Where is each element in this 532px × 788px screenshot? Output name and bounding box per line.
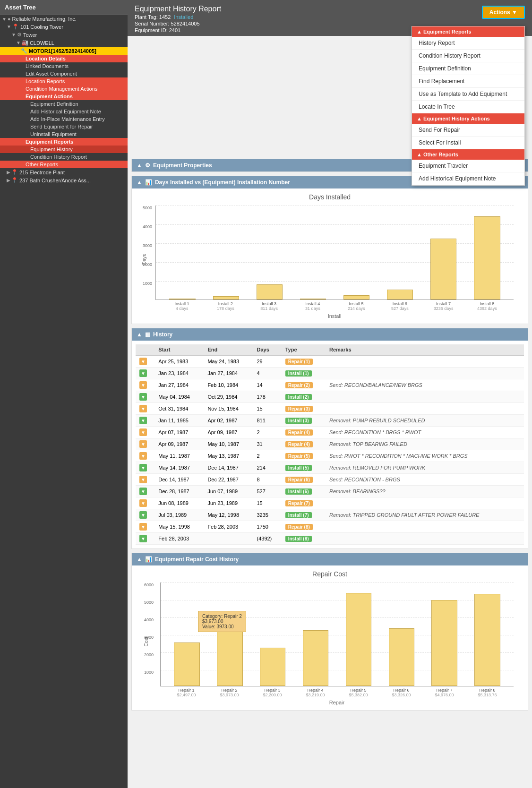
row-toggle: ▼: [136, 486, 154, 497]
menu-condition-history[interactable]: Condition History Report: [412, 50, 524, 62]
toggle-button[interactable]: ▼: [139, 369, 147, 377]
row-end: May 24, 1983: [204, 355, 253, 368]
menu-send-for-repair[interactable]: Send For Repair: [412, 124, 524, 137]
repair-cost-header[interactable]: ▲ 📊 Equipment Repair Cost History: [132, 553, 528, 565]
toggle-button[interactable]: ▼: [139, 405, 147, 412]
toggle-button[interactable]: ▼: [139, 358, 147, 365]
toggle-button[interactable]: ▼: [139, 464, 147, 471]
group-icon: ⚙: [17, 32, 22, 38]
toggle-button[interactable]: ▼: [139, 417, 147, 424]
table-row: ▼ May 15, 1998 Feb 28, 2003 1750 Repair …: [136, 521, 524, 533]
location3-icon: 📍: [11, 177, 18, 183]
toggle-button[interactable]: ▼: [139, 440, 147, 448]
menu-equip-definition[interactable]: Equipment Definition: [412, 62, 524, 75]
tree-arrow: ▶: [7, 178, 10, 183]
menu-equip-traveler[interactable]: Equipment Traveler: [412, 160, 524, 172]
xlabel-install7: Install 73235 days: [422, 300, 465, 311]
bar-rect-repair4: [303, 630, 329, 686]
tree-item-uninstall[interactable]: Uninstall Equipment: [0, 130, 128, 138]
menu-select-for-install[interactable]: Select For Install: [412, 137, 524, 149]
actions-button[interactable]: Actions ▼: [482, 6, 525, 19]
toggle-button[interactable]: ▼: [139, 428, 147, 436]
tree-item-reliable[interactable]: ▼ ● Reliable Manufacturing, Inc.: [0, 15, 128, 23]
bar-install1: [161, 299, 204, 300]
tree-category-equip-reports[interactable]: Equipment Reports: [0, 138, 128, 146]
bar-install4: [291, 299, 335, 300]
row-days: 178: [253, 391, 281, 403]
days-installed-section: ▲ 📊 Days Installed vs (Equipment) Instal…: [131, 176, 528, 324]
bar-install8: [465, 216, 509, 300]
toggle-button[interactable]: ▼: [139, 476, 147, 483]
toggle-button[interactable]: ▼: [139, 523, 147, 531]
bar-rect-install1: [169, 299, 195, 300]
menu-add-hist-note[interactable]: Add Historical Equipment Note: [412, 172, 524, 185]
tree-item-equip-def[interactable]: Equipment Definition: [0, 100, 128, 108]
tree-item-equip-history[interactable]: Equipment History: [0, 146, 128, 153]
row-type: Install (5): [282, 462, 326, 474]
tree-item-cldwell[interactable]: ▼ 🏭 CLDWELL: [0, 39, 128, 47]
table-row: ▼ Dec 14, 1987 Dec 22, 1987 8 Repair (6)…: [136, 474, 524, 486]
row-type: Repair (4): [282, 427, 326, 438]
tree-category-loc-reports[interactable]: Location Reports: [0, 77, 128, 85]
toggle-button[interactable]: ▼: [139, 381, 147, 389]
tree-item-cond-history[interactable]: Condition History Report: [0, 153, 128, 161]
table-icon: ▦: [145, 331, 150, 338]
row-remarks: [326, 391, 524, 403]
tree-item-add-inplace[interactable]: Add In-Place Maintenance Entry: [0, 115, 128, 123]
tree-category-loc-details[interactable]: Location Details: [0, 55, 128, 62]
tree-item-bath-crusher[interactable]: ▶ 📍 237 Bath Crusher/Anode Ass...: [0, 176, 128, 184]
toggle-button[interactable]: ▼: [139, 499, 147, 507]
type-badge: Install (2): [285, 394, 312, 400]
menu-find-replacement[interactable]: Find Replacement: [412, 75, 524, 88]
history-header[interactable]: ▲ ▦ History: [132, 328, 528, 341]
tree-category-cond-mgmt[interactable]: Condition Management Actions: [0, 85, 128, 93]
toggle-button[interactable]: ▼: [139, 393, 147, 401]
row-end: Feb 10, 1984: [204, 379, 253, 391]
toggle-button[interactable]: ▼: [139, 488, 147, 495]
tree-category-other-reports[interactable]: Other Reports: [0, 161, 128, 168]
row-days: 214: [253, 462, 281, 474]
row-toggle: ▼: [136, 533, 154, 545]
row-remarks: [326, 497, 524, 509]
row-end: May 13, 1987: [204, 450, 253, 462]
row-type: Install (7): [282, 509, 326, 521]
tree-category-equip-actions[interactable]: Equipment Actions: [0, 93, 128, 100]
tree-arrow: ▼: [7, 24, 11, 29]
equip-reports-header[interactable]: ▲ Equipment Reports: [412, 26, 524, 37]
toggle-button[interactable]: ▼: [139, 511, 147, 519]
tree-item-send-repair[interactable]: Send Equipment for Repair: [0, 123, 128, 130]
other-reports-header[interactable]: ▲ Other Reports: [412, 149, 524, 160]
page-title: Equipment History Report: [135, 5, 525, 13]
equip-history-actions-header[interactable]: ▲ Equipment History Actions: [412, 113, 524, 124]
menu-history-report[interactable]: History Report: [412, 37, 524, 50]
tree-item-edit-asset[interactable]: Edit Asset Component: [0, 70, 128, 77]
bar-rect-install7: [430, 239, 456, 300]
table-row: ▼ Apr 09, 1987 May 10, 1987 31 Repair (4…: [136, 438, 524, 450]
row-remarks: [326, 533, 524, 545]
row-type: Repair (1): [282, 355, 326, 368]
ytick-5000: 5000: [143, 206, 152, 210]
type-badge: Install (3): [285, 418, 312, 424]
header-info: Plant Tag: 1452 Installed: [135, 14, 525, 20]
ytick-3000: 3000: [143, 243, 152, 248]
ytick-2000: 2000: [143, 262, 152, 267]
bar-install6: [378, 290, 422, 300]
toggle-button[interactable]: ▼: [139, 535, 147, 542]
xlabel-install5: Install 5214 days: [335, 300, 378, 311]
tree-item-add-hist[interactable]: Add Historical Equipment Note: [0, 108, 128, 115]
tree-item-linked-docs[interactable]: Linked Documents: [0, 62, 128, 70]
row-end: May 10, 1987: [204, 438, 253, 450]
tree-item-motor[interactable]: 🔧 MOTOR1[1452/5282414005]: [0, 47, 128, 55]
tree-arrow: ▼: [11, 32, 16, 37]
table-row: ▼ Jul 03, 1989 May 12, 1998 3235 Install…: [136, 509, 524, 521]
table-row: ▼ Apr 25, 1983 May 24, 1983 29 Repair (1…: [136, 355, 524, 368]
tree-item-tower[interactable]: ▼ ⚙ Tower: [0, 31, 128, 39]
menu-locate-in-tree[interactable]: Locate In Tree: [412, 101, 524, 113]
row-start: Apr 09, 1987: [154, 438, 204, 450]
toggle-button[interactable]: ▼: [139, 452, 147, 460]
row-remarks: Removal: TRIPPED GROUND FAULT AFTER POWE…: [326, 509, 524, 521]
tree-item-cooling[interactable]: ▼ 📍 101 Cooling Tower: [0, 23, 128, 31]
row-end: Jun 07, 1989: [204, 486, 253, 497]
menu-use-as-template[interactable]: Use as Template to Add Equipment: [412, 88, 524, 101]
tree-item-electrode[interactable]: ▶ 📍 215 Electrode Plant: [0, 168, 128, 176]
